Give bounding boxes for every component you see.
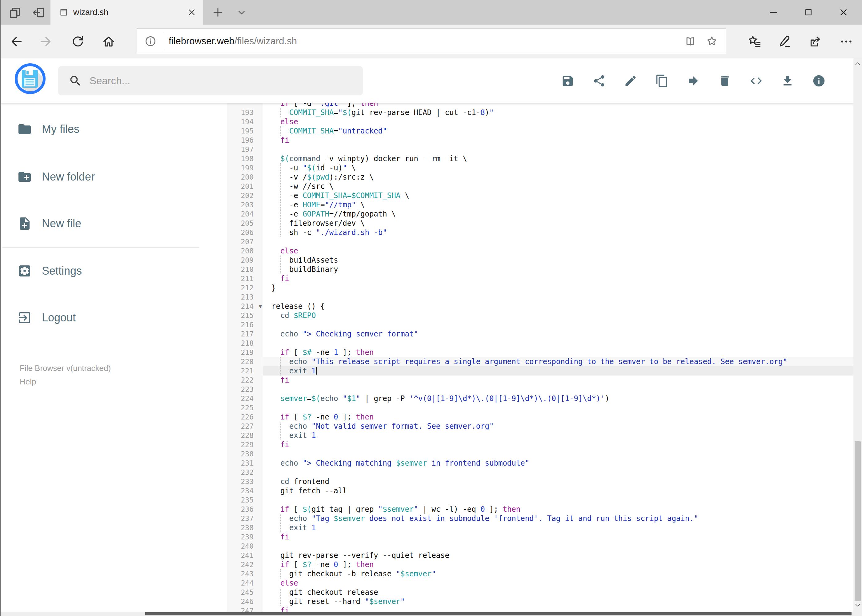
code-line[interactable]: 238 exit 1 [227,523,853,532]
tab-wizard-sh[interactable]: wizard.sh [50,0,203,25]
code-line[interactable]: 216 [227,320,853,329]
filebrowser-logo[interactable] [15,63,46,94]
code-line[interactable]: if [ -d ".git" ]; then [227,103,853,108]
move-icon[interactable] [687,74,700,88]
share-icon[interactable] [593,74,606,88]
code-line[interactable]: 206 sh -c "./wizard.sh -b" [227,228,853,237]
code-line[interactable]: 246 git reset --hard "$semver" [227,597,853,606]
close-window-button[interactable] [838,7,848,17]
code-line[interactable]: 220 echo "This release script requires a… [227,357,853,366]
code-line[interactable]: 229 fi [227,440,853,449]
search-bar[interactable] [58,66,363,95]
fold-marker-icon[interactable]: ▼ [259,302,262,311]
code-line[interactable]: 239 fi [227,532,853,542]
scroll-down-icon[interactable] [854,602,861,609]
help-link[interactable]: Help [20,375,111,388]
code-line[interactable]: 236 if [ $(git tag | grep "$semver" | wc… [227,504,853,514]
code-line[interactable]: 219 if [ $# -ne 1 ]; then [227,348,853,357]
code-line[interactable]: 225 [227,403,853,412]
forward-icon[interactable] [39,35,53,49]
code-line[interactable]: 212} [227,283,853,292]
code-line[interactable]: 208 else [227,246,853,256]
scroll-up-icon[interactable] [854,60,861,67]
sidebar-item-new-folder[interactable]: New folder [1,163,204,191]
code-line[interactable]: 222 fi [227,376,853,385]
copy-icon[interactable] [655,74,669,88]
back-icon[interactable] [9,35,24,49]
maximize-button[interactable] [804,7,813,17]
minimize-button[interactable] [769,7,778,17]
reading-view-icon[interactable] [684,35,697,47]
code-line[interactable]: 221 exit 1 [227,366,853,376]
download-icon[interactable] [781,74,794,88]
rename-icon[interactable] [624,74,637,88]
source-code-icon[interactable] [749,74,763,88]
code-line[interactable]: 231 echo "> Checking matching $semver in… [227,459,853,468]
code-line[interactable]: 228 exit 1 [227,431,853,440]
code-line[interactable]: 234 git fetch --all [227,486,853,495]
sidebar-item-settings[interactable]: Settings [1,257,204,285]
code-line[interactable]: 232 [227,468,853,477]
vertical-scrollbar[interactable] [853,58,862,616]
code-line[interactable]: 237 echo "Tag $semver does not exist in … [227,514,853,523]
tab-list-chevron-icon[interactable] [236,8,247,17]
web-note-icon[interactable] [778,35,792,49]
horizontal-scroll-thumb[interactable] [145,612,851,615]
code-editor[interactable]: if [ -d ".git" ]; then193 COMMIT_SHA="$(… [227,103,853,616]
code-line[interactable]: 198 $(command -v winpty) docker run --rm… [227,154,853,163]
home-icon[interactable] [102,35,116,49]
code-line[interactable]: 197 [227,145,853,154]
search-input[interactable] [89,75,363,87]
code-line[interactable]: 204 -e GOPATH=//tmp/gopath \ [227,209,853,218]
site-info-icon[interactable] [144,35,157,47]
code-line[interactable]: 200 -v /$(pwd):/src:z \ [227,173,853,182]
code-line[interactable]: 211 fi [227,274,853,283]
code-line[interactable]: 193 COMMIT_SHA="$(git rev-parse HEAD | c… [227,108,853,117]
code-line[interactable]: 241 git rev-parse --verify --quiet relea… [227,551,853,560]
code-line[interactable]: 218 [227,339,853,348]
code-line[interactable]: 227 echo "Not valid semver format. See s… [227,422,853,431]
address-bar[interactable]: filebrowser.web/files/wizard.sh [137,28,726,54]
code-line[interactable]: 196 fi [227,136,853,145]
sidebar-item-logout[interactable]: Logout [1,304,204,332]
code-line[interactable]: 205 filebrowser/dev \ [227,218,853,228]
code-line[interactable]: 217 echo "> Checking semver format" [227,329,853,339]
sidebar-item-new-file[interactable]: New file [1,210,204,237]
code-line[interactable]: 230 [227,449,853,459]
code-line[interactable]: 215 cd $REPO [227,311,853,320]
code-line[interactable]: 209 buildAssets [227,256,853,265]
code-line[interactable]: 244 else [227,578,853,588]
code-line[interactable]: 201 -w //src \ [227,182,853,191]
code-line[interactable]: 223 [227,385,853,394]
code-line[interactable]: 213 [227,292,853,302]
code-line[interactable]: 245 git checkout release [227,588,853,597]
code-line[interactable]: 195 COMMIT_SHA="untracked" [227,126,853,136]
sidebar-item-my-files[interactable]: My files [1,115,204,143]
code-line[interactable]: 242 if [ $? -ne 0 ]; then [227,560,853,569]
more-menu-icon[interactable] [839,35,853,49]
code-line[interactable]: 233 cd frontend [227,477,853,486]
code-line[interactable]: 226 if [ $? -ne 0 ]; then [227,412,853,422]
code-line[interactable]: 210 buildBinary [227,265,853,274]
favorites-hub-icon[interactable] [747,35,761,49]
code-line[interactable]: 243 git checkout -b release "$semver" [227,569,853,578]
new-tab-icon[interactable] [212,6,224,19]
vertical-scroll-thumb[interactable] [855,441,861,601]
code-line[interactable]: 214▼release () { [227,302,853,311]
share-page-icon[interactable] [808,35,823,49]
code-line[interactable]: 207 [227,237,853,246]
code-line[interactable]: 240 [227,542,853,551]
set-aside-tabs-icon[interactable] [32,6,46,20]
code-line[interactable]: 202 -e COMMIT_SHA=$COMMIT_SHA \ [227,191,853,200]
save-icon[interactable] [561,74,575,88]
code-line[interactable]: 235 [227,495,853,504]
favorite-star-icon[interactable] [706,35,718,47]
code-line[interactable]: 224 semver=$(echo "$1" | grep -P '^v(0|[… [227,394,853,403]
code-line[interactable]: 199 -u "$(id -u)" \ [227,163,853,173]
tab-preview-icon[interactable] [8,6,22,20]
close-tab-icon[interactable] [187,8,196,17]
horizontal-scrollbar[interactable] [1,612,853,616]
delete-icon[interactable] [718,74,731,88]
info-icon[interactable] [812,74,826,88]
code-line[interactable]: 194 else [227,117,853,126]
